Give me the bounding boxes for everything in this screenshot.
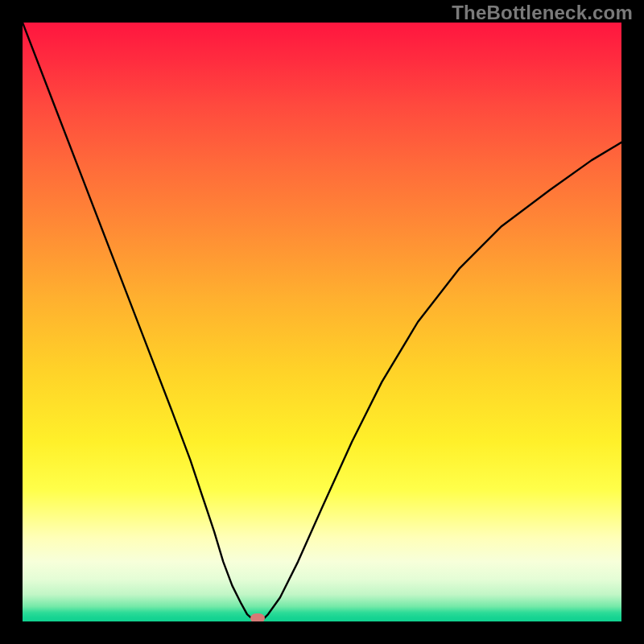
optimum-marker — [250, 613, 265, 621]
watermark-text: TheBottleneck.com — [452, 2, 633, 24]
outer-frame: TheBottleneck.com — [0, 0, 644, 644]
bottleneck-curve — [23, 23, 621, 618]
plot-area — [23, 23, 621, 621]
curve-svg — [23, 23, 621, 621]
